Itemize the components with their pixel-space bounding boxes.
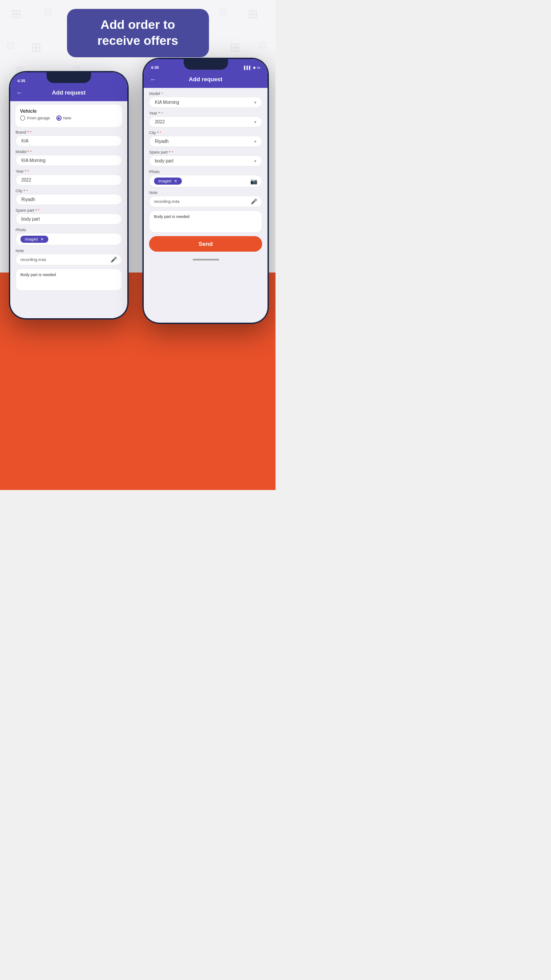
photo-area-front[interactable]: image0 ✕ 📷 [149,175,262,187]
camera-icon-front[interactable]: 📷 [250,178,257,185]
phone-back-form: Vehicle From garage New [10,101,127,294]
spare-part-value-back: body part [21,217,40,221]
model-row-back: Model * KIA Morning [16,150,122,166]
city-input-back[interactable]: Riyadh [16,194,122,205]
model-chevron-front: ▾ [254,100,256,105]
radio-label-garage: From garage [27,116,50,120]
page-wrapper: ⊞ ⊡ ⊞ ⊡ ⊡ ⊞ ⊡ ⊞ ⊞ ⊞ ⊡ ⊡ Add order to rec… [0,0,276,490]
year-row-front: Year * 2022 ▾ [149,111,262,127]
spare-part-input-back[interactable]: body part [16,213,122,225]
city-label-front: City * [149,130,262,135]
note-textarea-back[interactable]: Body part is needed [16,269,122,291]
vehicle-section-back: Vehicle From garage New [16,105,122,127]
phone-front-form: Model KIA Morning ▾ Year * 2022 ▾ [144,88,268,255]
deco-icon-4: ⊡ [219,7,227,17]
deco-icon-3: ⊞ [248,7,258,21]
send-button[interactable]: Send [149,236,262,252]
front-back-btn[interactable]: ← [150,76,156,83]
spare-part-label-front: Spare part * [149,150,262,154]
note-input-front[interactable]: recording.m4a 🎤 [149,196,262,207]
city-value-back: Riyadh [21,197,35,202]
city-dropdown-front[interactable]: Riyadh ▾ [149,136,262,147]
spare-part-row-back: Spare part * body part [16,208,122,225]
spare-part-dropdown-front[interactable]: body part ▾ [149,155,262,166]
back-header-title: Add request [52,89,86,96]
brand-row-back: Brand * KIA [16,130,122,146]
note-input-back[interactable]: recording.m4a 🎤 [16,254,122,265]
image-tag-front[interactable]: image0 ✕ [154,178,182,185]
front-signal-icon: ▌▌▌ [244,66,252,70]
brand-input-back[interactable]: KIA [16,135,122,146]
note-row-front: Note recording.m4a 🎤 [149,190,262,207]
deco-icon-6: ⊞ [31,40,41,55]
phone-front: 4:35 ▸ ▌▌▌ ◈ ▭ ← Add request [142,58,269,324]
deco-icon-1: ⊞ [11,7,21,21]
image-tag-back[interactable]: image0 ✕ [20,236,48,243]
note-row-back: Note recording.m4a 🎤 [16,249,122,265]
year-chevron-front: ▾ [254,120,256,124]
year-value-back: 2022 [21,178,31,182]
spare-part-label-back: Spare part * [16,208,122,213]
deco-icon-8: ⊞ [230,40,240,55]
city-chevron-front: ▾ [254,139,256,144]
image-tag-text-front: image0 [158,179,172,183]
front-header-title: Add request [189,76,223,83]
front-time: 4:35 [151,65,159,70]
brand-label-back: Brand * [16,130,122,134]
model-partial-label-front: Model [149,91,262,96]
phone-back: 4:35 ▸ ← Add request Vehicle [9,71,129,320]
note-value-back: recording.m4a [20,257,46,262]
phone-back-notch [47,72,91,83]
image-tag-text-back: image0 [25,237,38,241]
photo-row-front: Photo image0 ✕ 📷 [149,170,262,187]
note-textarea-front[interactable]: Body part is needed [149,210,262,233]
phone-back-header: ← Add request [10,86,127,101]
model-value-back: KIA Morning [21,158,45,163]
city-row-front: City * Riyadh ▾ [149,130,262,147]
front-wifi-icon: ◈ [253,66,256,70]
note-recording-front: recording.m4a [154,199,180,204]
spare-part-row-front: Spare part * body part ▾ [149,150,262,166]
mic-icon-front[interactable]: 🎤 [251,198,257,205]
year-label-back: Year * [16,169,122,174]
home-indicator-front [144,255,268,264]
year-dropdown-front[interactable]: 2022 ▾ [149,116,262,127]
phone-front-frame: 4:35 ▸ ▌▌▌ ◈ ▭ ← Add request [142,58,269,324]
year-row-back: Year * 2022 [16,169,122,186]
photo-row-back: Photo image0 ✕ [16,228,122,245]
spare-part-value-front: body part [155,158,173,163]
city-label-back: City * [16,189,122,193]
vehicle-label: Vehicle [20,108,118,114]
note-text-front: Body part is needed [154,214,189,219]
radio-circle-garage [20,115,25,121]
home-bar-front [193,259,219,261]
phone-back-frame: 4:35 ▸ ← Add request Vehicle [9,71,129,320]
radio-new[interactable]: New [56,115,71,121]
model-input-back[interactable]: KIA Morning [16,155,122,166]
photo-label-back: Photo [16,228,122,232]
radio-group: From garage New [20,115,118,121]
brand-value-back: KIA [21,138,28,143]
back-btn-back[interactable]: ← [16,89,23,96]
radio-label-new: New [63,116,71,120]
spare-chevron-front: ▾ [254,159,256,163]
year-value-front: 2022 [155,119,165,124]
image-tag-x-back[interactable]: ✕ [40,237,44,241]
image-tag-x-front[interactable]: ✕ [174,179,177,183]
year-input-back[interactable]: 2022 [16,174,122,186]
model-dropdown-front[interactable]: KIA Morning ▾ [149,97,262,108]
phone-back-inner: 4:35 ▸ ← Add request Vehicle [10,72,127,318]
deco-icon-2: ⊡ [44,7,52,17]
hero-banner: Add order to receive offers [67,9,209,57]
radio-dot-new [58,117,60,119]
phone-front-header: ← Add request [144,72,268,88]
back-time: 4:35 [17,79,25,83]
year-label-front: Year * [149,111,262,115]
note-text-back: Body part is needed [20,273,56,277]
model-value-front: KIA Morning [155,100,179,105]
mic-icon-back[interactable]: 🎤 [110,257,117,263]
photo-area-back[interactable]: image0 ✕ [16,233,122,245]
city-row-back: City * Riyadh [16,189,122,205]
radio-from-garage[interactable]: From garage [20,115,50,121]
deco-icon-5: ⊡ [7,40,14,51]
